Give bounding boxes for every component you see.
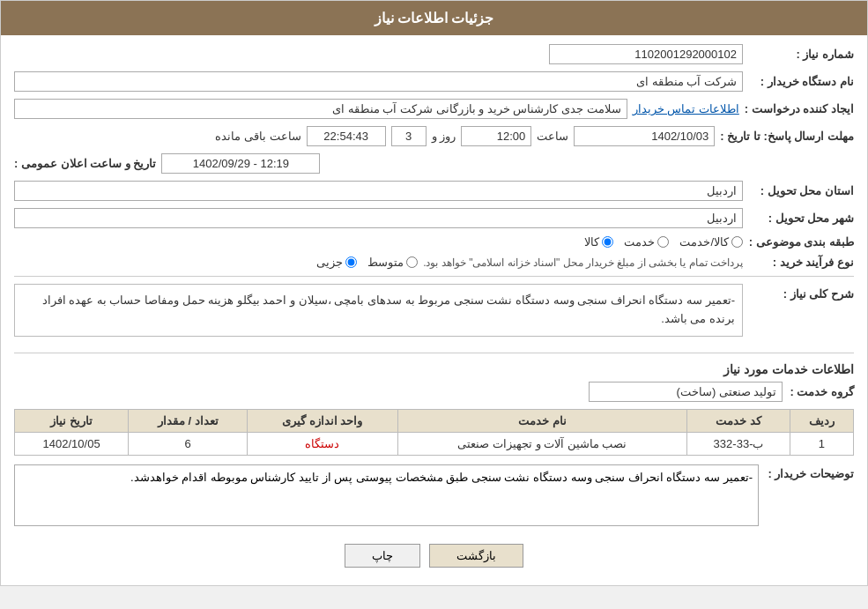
time-label: ساعت xyxy=(537,130,568,143)
countdown-value: 22:54:43 xyxy=(307,126,386,146)
group-label: گروه خدمت : xyxy=(790,385,854,398)
page-header: جزئیات اطلاعات نیاز xyxy=(1,1,867,35)
cell-unit: دستگاه xyxy=(248,432,397,455)
day-value: 3 xyxy=(391,126,427,146)
need-number-label: شماره نیاز : xyxy=(748,48,854,61)
creator-row: ایجاد کننده درخواست : اطلاعات تماس خریدا… xyxy=(14,99,854,119)
public-announce-value: 1402/09/29 - 12:19 xyxy=(161,153,320,174)
col-date: تاریخ نیاز xyxy=(15,409,129,432)
buyer-notes-textarea[interactable] xyxy=(14,464,759,526)
cell-service-code: ب-33-332 xyxy=(687,432,790,455)
day-label: روز و xyxy=(432,130,456,143)
group-value: تولید صنعتی (ساخت) xyxy=(589,382,783,402)
response-deadline-row: مهلت ارسال پاسخ: تا تاریخ : 1402/10/03 س… xyxy=(14,126,854,146)
process-label: نوع فرآیند خرید : xyxy=(748,256,854,269)
city-label: شهر محل تحویل : xyxy=(748,212,854,225)
public-announce-label: تاریخ و ساعت اعلان عمومی : xyxy=(14,157,156,170)
date-value: 1402/10/03 xyxy=(574,126,715,146)
print-button[interactable]: چاپ xyxy=(345,544,420,568)
buyer-name-row: نام دستگاه خریدار : شرکت آب منطقه ای xyxy=(14,71,854,92)
buyer-notes-row: توضیحات خریدار : xyxy=(14,464,854,526)
table-header-row: ردیف کد خدمت نام خدمت واحد اندازه گیری ت… xyxy=(15,409,854,432)
buyer-name-value: شرکت آب منطقه ای xyxy=(14,71,743,92)
creator-label: ایجاد کننده درخواست : xyxy=(745,102,854,115)
province-label: استان محل تحویل : xyxy=(748,184,854,197)
back-button[interactable]: بازگشت xyxy=(429,544,523,568)
need-number-row: شماره نیاز : 1102001292000102 xyxy=(14,44,854,64)
need-number-value: 1102001292000102 xyxy=(549,44,743,64)
public-announce-row: 1402/09/29 - 12:19 تاریخ و ساعت اعلان عم… xyxy=(14,153,854,174)
cell-date: 1402/10/05 xyxy=(15,432,129,455)
services-table: ردیف کد خدمت نام خدمت واحد اندازه گیری ت… xyxy=(14,409,854,456)
page-title: جزئیات اطلاعات نیاز xyxy=(375,11,494,26)
category-option-kala-khedmat[interactable]: کالا/خدمت xyxy=(679,235,743,249)
button-row: بازگشت چاپ xyxy=(14,535,854,576)
table-row: 1 ب-33-332 نصب ماشین آلات و تجهیزات صنعت… xyxy=(15,432,854,455)
col-row-num: ردیف xyxy=(790,409,853,432)
category-label: طبقه بندی موضوعی : xyxy=(748,235,854,249)
cell-row-num: 1 xyxy=(790,432,853,455)
need-desc-value: -تعمیر سه دستگاه انحراف سنجی وسه دستگاه … xyxy=(14,284,743,337)
need-desc-label: شرح کلی نیاز : xyxy=(748,284,854,301)
need-desc-row: شرح کلی نیاز : -تعمیر سه دستگاه انحراف س… xyxy=(14,284,854,345)
city-value: اردبیل xyxy=(14,208,743,228)
category-option-khedmat[interactable]: خدمت xyxy=(624,235,669,249)
cell-service-name: نصب ماشین آلات و تجهیزات صنعتی xyxy=(397,432,687,455)
process-radios: متوسط جزیی xyxy=(316,256,418,269)
buyer-notes-label: توضیحات خریدار : xyxy=(766,464,854,480)
services-section-title: اطلاعات خدمات مورد نیاز xyxy=(14,362,854,376)
process-row: نوع فرآیند خرید : پرداخت تمام یا بخشی از… xyxy=(14,256,854,269)
divider-1 xyxy=(14,276,854,277)
process-option-partial[interactable]: جزیی xyxy=(316,256,357,269)
divider-2 xyxy=(14,353,854,353)
city-row: شهر محل تحویل : اردبیل xyxy=(14,208,854,228)
creator-link[interactable]: اطلاعات تماس خریدار xyxy=(633,102,739,115)
category-radios: کالا/خدمت خدمت کالا xyxy=(584,235,743,249)
province-row: استان محل تحویل : اردبیل xyxy=(14,181,854,201)
group-row: گروه خدمت : تولید صنعتی (ساخت) xyxy=(14,382,854,402)
province-value: اردبیل xyxy=(14,181,743,201)
creator-value: سلامت جدی کارشناس خرید و بازرگانی شرکت آ… xyxy=(14,99,627,119)
category-row: طبقه بندی موضوعی : کالا/خدمت خدمت کالا xyxy=(14,235,854,249)
category-option-kala[interactable]: کالا xyxy=(584,235,613,249)
response-deadline-label: مهلت ارسال پاسخ: تا تاریخ : xyxy=(720,130,854,143)
process-note: پرداخت تمام یا بخشی از مبلغ خریدار محل "… xyxy=(423,256,743,269)
process-option-medium[interactable]: متوسط xyxy=(367,256,418,269)
cell-quantity: 6 xyxy=(129,432,248,455)
col-unit: واحد اندازه گیری xyxy=(248,409,397,432)
col-service-code: کد خدمت xyxy=(687,409,790,432)
col-service-name: نام خدمت xyxy=(397,409,687,432)
countdown-label: ساعت باقی مانده xyxy=(215,130,300,143)
time-value: 12:00 xyxy=(461,126,531,146)
buyer-name-label: نام دستگاه خریدار : xyxy=(748,75,854,88)
col-quantity: تعداد / مقدار xyxy=(129,409,248,432)
